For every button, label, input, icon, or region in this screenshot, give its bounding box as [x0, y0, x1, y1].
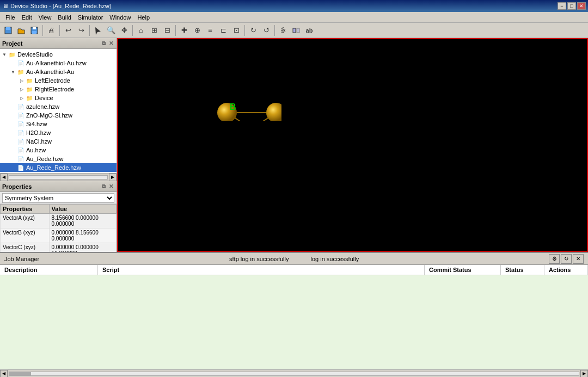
- minimize-button[interactable]: −: [558, 2, 566, 10]
- redo-button[interactable]: ↪: [75, 24, 87, 36]
- node-label-root[interactable]: DeviceStudio: [17, 51, 53, 58]
- close-button[interactable]: ✕: [577, 2, 586, 10]
- tree-node-left-electrode[interactable]: ▷ 📁 LeftElectrode: [0, 76, 117, 85]
- toolbar-sep-3: [89, 25, 90, 36]
- properties-panel: Properties ⧉ ✕ Symmetry System Propertie…: [0, 181, 117, 252]
- menu-simulator[interactable]: Simulator: [75, 13, 106, 22]
- node-label-zno[interactable]: ZnO-MgO-Si.hzw: [26, 112, 72, 119]
- tree-scroll-right[interactable]: ▶: [109, 174, 117, 181]
- symmetry-select[interactable]: Symmetry System: [2, 193, 114, 203]
- menu-help[interactable]: Help: [134, 13, 153, 22]
- tree-scroll-track[interactable]: [9, 175, 108, 180]
- grid-button[interactable]: ⊞: [148, 24, 160, 36]
- node-label-nacl[interactable]: NaCl.hzw: [26, 138, 52, 145]
- tree-node-h2o[interactable]: 📄 H2O.hzw: [0, 128, 117, 137]
- maximize-button[interactable]: □: [567, 2, 576, 10]
- node-label-azulene[interactable]: azulene.hzw: [26, 103, 59, 110]
- tree-node-device[interactable]: ▷ 📁 Device: [0, 94, 117, 102]
- node-label-si4[interactable]: Si4.hzw: [26, 121, 47, 127]
- node-label-au-alk-hzw[interactable]: Au-Alkanethiol-Au.hzw: [26, 60, 87, 66]
- sym-button[interactable]: [277, 24, 289, 36]
- job-refresh-button[interactable]: ↻: [561, 254, 572, 264]
- expand-au-alk-folder[interactable]: ▼: [10, 69, 16, 75]
- expand-zno[interactable]: [10, 112, 16, 119]
- properties-header-controls: ⧉ ✕: [101, 183, 114, 190]
- undo-button[interactable]: ↩: [62, 24, 74, 36]
- job-scroll-right[interactable]: ▶: [580, 370, 588, 378]
- file-icon-au-alk: 📄: [16, 59, 25, 67]
- tree-node-si4[interactable]: 📄 Si4.hzw: [0, 120, 117, 128]
- tree-node-right-electrode[interactable]: ▷ 📁 RightElectrode: [0, 85, 117, 94]
- properties-table: Properties Value VectorA (xyz)8.156600 0…: [0, 204, 117, 252]
- properties-float-button[interactable]: ⧉: [101, 183, 107, 190]
- home-button[interactable]: ⌂: [135, 24, 147, 36]
- zoom-button[interactable]: 🔍: [105, 24, 117, 36]
- tree-node-au-alk-folder[interactable]: ▼ 📁 Au-Alkanethiol-Au: [0, 67, 117, 76]
- node-label-h2o[interactable]: H2O.hzw: [26, 129, 51, 136]
- tree-node-au-alk-hzw[interactable]: 📄 Au-Alkanethiol-Au.hzw: [0, 59, 117, 67]
- mirror-button[interactable]: [290, 24, 302, 36]
- node-label-au-rede-rede[interactable]: Au_Rede_Rede.hzw: [26, 164, 81, 171]
- props-col-properties: Properties: [1, 205, 50, 214]
- expand-nacl[interactable]: [10, 138, 16, 145]
- toolbar-sep-2: [59, 25, 60, 36]
- job-scroll-track[interactable]: [9, 372, 579, 376]
- props-cell-name: VectorB (xyz): [1, 228, 50, 243]
- tree-node-root[interactable]: ▼ 📁 DeviceStudio: [0, 50, 117, 59]
- menu-edit[interactable]: Edit: [19, 13, 35, 22]
- properties-close-button[interactable]: ✕: [108, 183, 114, 190]
- select-button[interactable]: [92, 24, 104, 36]
- open-button[interactable]: [15, 24, 27, 36]
- expand-right-electrode[interactable]: ▷: [19, 86, 25, 92]
- job-close-button[interactable]: ✕: [573, 254, 584, 264]
- add-atom-button[interactable]: ✚: [178, 24, 190, 36]
- project-close-button[interactable]: ✕: [108, 40, 114, 47]
- grid2-button[interactable]: ⊟: [161, 24, 173, 36]
- expand-azulene[interactable]: [10, 103, 16, 110]
- node-label-device[interactable]: Device: [35, 95, 53, 101]
- print-button[interactable]: 🖨: [45, 24, 57, 36]
- expand-au-alk-hzw[interactable]: [10, 60, 16, 66]
- expand-au-rede-rede[interactable]: [10, 164, 16, 171]
- project-float-button[interactable]: ⧉: [101, 40, 107, 47]
- bond-button[interactable]: ⊕: [191, 24, 203, 36]
- node-label-au[interactable]: Au.hzw: [26, 147, 46, 153]
- col-status: Status: [501, 265, 544, 275]
- expand-au-rede[interactable]: [10, 156, 16, 162]
- node-label-right-electrode[interactable]: RightElectrode: [35, 86, 74, 92]
- menu-build[interactable]: Build: [54, 13, 74, 22]
- surface-button[interactable]: ⊡: [230, 24, 242, 36]
- menu-window[interactable]: Window: [106, 13, 134, 22]
- rotate-cw-button[interactable]: ↻: [247, 24, 259, 36]
- expand-left-electrode[interactable]: ▷: [19, 77, 25, 84]
- menu-view[interactable]: View: [35, 13, 55, 22]
- job-manager: Job Manager sftp log in successfully log…: [0, 253, 588, 377]
- expand-si4[interactable]: [10, 121, 16, 127]
- expand-root[interactable]: ▼: [1, 51, 8, 58]
- tree-node-zno[interactable]: 📄 ZnO-MgO-Si.hzw: [0, 111, 117, 120]
- tree-node-au-rede[interactable]: 📄 Au_Rede.hzw: [0, 154, 117, 163]
- job-scroll-left[interactable]: ◀: [0, 370, 8, 378]
- save-button[interactable]: [28, 24, 40, 36]
- job-manager-buttons: ⚙ ↻ ✕: [549, 254, 584, 264]
- pan-button[interactable]: ✥: [118, 24, 130, 36]
- node-label-left-electrode[interactable]: LeftElectrode: [35, 77, 70, 84]
- new-button[interactable]: [2, 24, 14, 36]
- tree-node-au[interactable]: 📄 Au.hzw: [0, 146, 117, 154]
- fragment-button[interactable]: ⊏: [217, 24, 229, 36]
- menu-file[interactable]: File: [2, 13, 19, 22]
- text-button[interactable]: ab: [303, 24, 315, 36]
- expand-au[interactable]: [10, 147, 16, 153]
- tree-scroll-left[interactable]: ◀: [0, 174, 8, 181]
- job-settings-button[interactable]: ⚙: [549, 254, 560, 264]
- node-label-au-alk-folder[interactable]: Au-Alkanethiol-Au: [26, 69, 74, 75]
- job-manager-header: Job Manager sftp log in successfully log…: [0, 253, 588, 265]
- tree-node-nacl[interactable]: 📄 NaCl.hzw: [0, 137, 117, 146]
- expand-h2o[interactable]: [10, 129, 16, 136]
- measure-button[interactable]: ≡: [204, 24, 216, 36]
- rotate-ccw-button[interactable]: ↺: [260, 24, 272, 36]
- tree-node-au-rede-rede[interactable]: 📄 Au_Rede_Rede.hzw: [0, 163, 117, 172]
- expand-device[interactable]: ▷: [19, 95, 25, 101]
- node-label-au-rede[interactable]: Au_Rede.hzw: [26, 156, 64, 162]
- tree-node-azulene[interactable]: 📄 azulene.hzw: [0, 102, 117, 111]
